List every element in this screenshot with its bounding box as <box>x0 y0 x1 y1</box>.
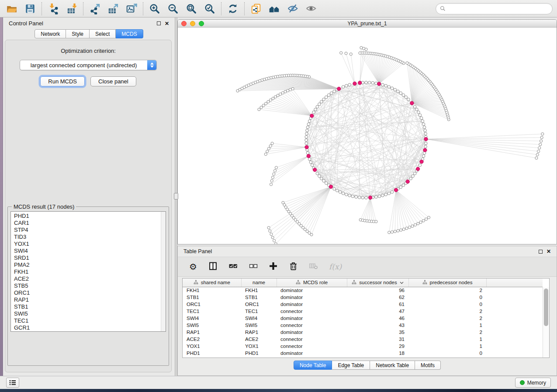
mcds-result-item[interactable]: STB1 <box>14 303 159 310</box>
cell-shared-name[interactable]: TEC1 <box>183 308 241 315</box>
cell-successor-nodes[interactable]: 62 <box>347 294 408 301</box>
mcds-result-item[interactable]: SWI5 <box>14 310 159 317</box>
mcds-result-item[interactable]: TID3 <box>14 234 159 241</box>
add-button[interactable] <box>269 261 278 272</box>
maximize-window-button[interactable] <box>199 21 204 26</box>
cell-MCDS-role[interactable]: dominator <box>277 301 347 308</box>
cell-name[interactable]: SWI5 <box>241 322 277 329</box>
mcds-node[interactable] <box>420 160 423 163</box>
cell-MCDS-role[interactable]: dominator <box>277 315 347 322</box>
cell-successor-nodes[interactable]: 29 <box>347 343 408 350</box>
mcds-node[interactable] <box>305 145 308 149</box>
close-window-button[interactable] <box>181 21 187 26</box>
minimize-window-button[interactable] <box>190 21 195 26</box>
mcds-node[interactable] <box>377 82 381 86</box>
column-header-name[interactable]: name <box>241 279 277 287</box>
settings-button[interactable]: ⚙ <box>189 261 197 272</box>
cell-MCDS-role[interactable]: dominator <box>277 287 347 294</box>
mcds-node[interactable] <box>368 196 372 199</box>
zoom-out-button[interactable] <box>167 3 179 14</box>
cell-predecessor-nodes[interactable]: 0 <box>408 350 486 357</box>
optimization-criterion-select[interactable]: largest connected component (undirected) <box>20 60 157 70</box>
cell-predecessor-nodes[interactable]: 2 <box>408 315 486 322</box>
mcds-result-item[interactable]: STP4 <box>14 227 159 234</box>
table-row[interactable]: TEC1TEC1connector472 <box>183 308 543 315</box>
cell-shared-name[interactable]: YOX1 <box>183 343 241 350</box>
cell-successor-nodes[interactable]: 18 <box>347 350 408 357</box>
mcds-result-item[interactable]: SWI4 <box>14 248 159 254</box>
mcds-result-item[interactable]: YOX1 <box>14 241 159 248</box>
task-history-button[interactable] <box>6 378 19 388</box>
table-row[interactable]: SWI5SWI5connector431 <box>183 322 543 329</box>
show-all-button[interactable] <box>305 3 317 14</box>
cell-predecessor-nodes[interactable]: 2 <box>408 308 486 315</box>
select-all-button[interactable] <box>228 261 238 272</box>
search-field[interactable] <box>436 3 553 14</box>
float-table-panel-icon[interactable] <box>539 250 543 254</box>
open-button[interactable] <box>6 3 17 14</box>
mcds-result-item[interactable]: GCR1 <box>14 324 159 331</box>
float-panel-icon[interactable] <box>157 21 161 25</box>
mcds-result-item[interactable]: PMA2 <box>14 261 159 268</box>
cell-predecessor-nodes[interactable]: 1 <box>408 343 486 350</box>
save-button[interactable] <box>24 3 36 14</box>
cell-MCDS-role[interactable]: dominator <box>277 329 347 336</box>
cell-shared-name[interactable]: FKH1 <box>183 287 241 294</box>
hide-selected-button[interactable] <box>287 3 298 14</box>
cell-name[interactable]: YOX1 <box>241 343 277 350</box>
close-panel-button[interactable]: Close panel <box>90 76 136 86</box>
first-neighbors-button[interactable] <box>269 3 280 14</box>
table-scrollbar-track[interactable] <box>543 287 549 358</box>
zoom-selected-button[interactable] <box>204 3 215 14</box>
cell-MCDS-role[interactable]: connector <box>277 308 347 315</box>
cell-MCDS-role[interactable]: dominator <box>277 294 347 301</box>
import-network-button[interactable] <box>48 3 59 14</box>
zoom-in-button[interactable] <box>149 3 160 14</box>
mcds-node[interactable] <box>353 82 356 85</box>
cell-shared-name[interactable]: STB1 <box>183 294 241 301</box>
cell-shared-name[interactable]: ORC1 <box>183 301 241 308</box>
mcds-node[interactable] <box>406 180 409 183</box>
cell-MCDS-role[interactable]: connector <box>277 336 347 343</box>
cell-name[interactable]: STB1 <box>241 294 277 301</box>
column-header-shared-name[interactable]: shared name <box>183 279 241 287</box>
table-row[interactable]: STB1STB1dominator620 <box>183 294 543 301</box>
mcds-node[interactable] <box>329 185 332 189</box>
column-header-MCDS-role[interactable]: MCDS role <box>277 279 347 287</box>
search-input[interactable] <box>448 6 548 12</box>
mcds-result-item[interactable]: ORC1 <box>14 289 159 296</box>
leaf-nodes-layer[interactable] <box>236 46 544 244</box>
cell-successor-nodes[interactable]: 31 <box>347 336 408 343</box>
mcds-result-item[interactable]: TEC1 <box>14 317 159 324</box>
cell-successor-nodes[interactable]: 47 <box>347 308 408 315</box>
cell-MCDS-role[interactable]: dominator <box>277 350 347 357</box>
memory-button[interactable]: Memory <box>515 378 551 388</box>
cell-predecessor-nodes[interactable]: 2 <box>408 329 486 336</box>
cell-predecessor-nodes[interactable]: 1 <box>408 322 486 329</box>
cell-successor-nodes[interactable]: 35 <box>347 329 408 336</box>
mcds-node[interactable] <box>424 138 428 141</box>
mcds-result-list[interactable]: PHD1CAR1STP4TID3YOX1SWI4SRD1PMA2FKH1ACE2… <box>10 211 166 332</box>
cell-name[interactable]: ACE2 <box>241 336 277 343</box>
refresh-button[interactable] <box>227 3 239 14</box>
table-row[interactable]: ORC1ORC1dominator610 <box>183 301 543 308</box>
tab-network-table[interactable]: Network Table <box>370 361 415 370</box>
mcds-node[interactable] <box>394 188 398 192</box>
delete-button[interactable] <box>289 261 298 272</box>
table-row[interactable]: PHD1PHD1dominator180 <box>183 350 543 357</box>
cell-predecessor-nodes[interactable]: 2 <box>408 287 486 294</box>
table-scrollbar-thumb[interactable] <box>544 289 548 326</box>
cell-MCDS-role[interactable]: connector <box>277 322 347 329</box>
export-table-button[interactable] <box>107 3 119 14</box>
cell-predecessor-nodes[interactable]: 0 <box>408 301 486 308</box>
mcds-result-item[interactable]: FKH1 <box>14 268 159 275</box>
close-panel-icon[interactable]: ✕ <box>165 21 169 26</box>
mcds-node[interactable] <box>337 87 341 90</box>
tab-mcds[interactable]: MCDS <box>116 29 143 38</box>
select-none-button[interactable] <box>249 261 258 272</box>
table-row[interactable]: ACE2ACE2connector311 <box>183 336 543 343</box>
cell-predecessor-nodes[interactable]: 0 <box>408 294 486 301</box>
mcds-node[interactable] <box>410 101 414 105</box>
clone-network-button[interactable] <box>250 3 262 14</box>
cell-name[interactable]: PHD1 <box>241 350 277 357</box>
